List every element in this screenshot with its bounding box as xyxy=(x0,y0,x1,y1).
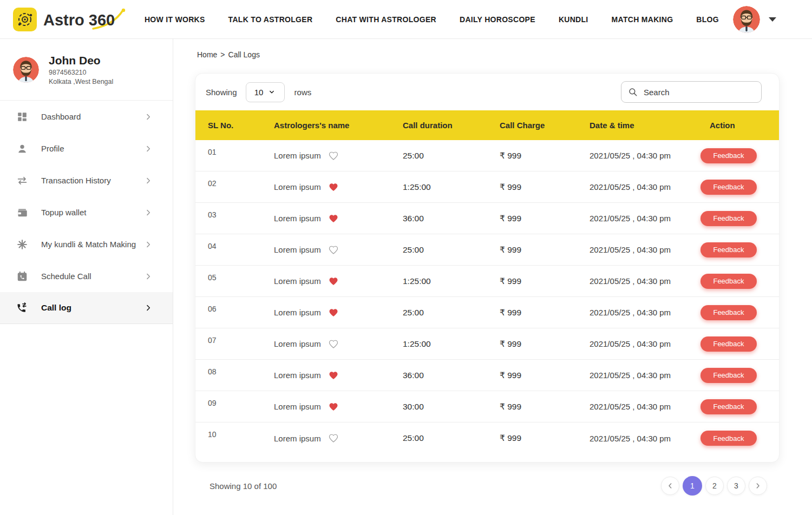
cell-date-time: 2021/05/25 , 04:30 pm xyxy=(590,245,700,254)
cell-date-time: 2021/05/25 , 04:30 pm xyxy=(590,371,700,380)
account-caret-icon[interactable] xyxy=(769,17,776,22)
sidebar-item-my-kundli-match-making[interactable]: My kundli & Match Making xyxy=(0,228,173,260)
cell-call-charge: ₹ 999 xyxy=(500,433,590,443)
feedback-button[interactable]: Feedback xyxy=(700,211,757,226)
column-header-astrologers-s-name: Astrologers's name xyxy=(274,121,403,130)
profile-phone: 9874563210 xyxy=(49,69,113,76)
feedback-button[interactable]: Feedback xyxy=(700,148,757,163)
feedback-button[interactable]: Feedback xyxy=(700,305,757,320)
cell-action: Feedback xyxy=(700,368,779,383)
showing-label: Showing xyxy=(206,88,237,97)
chevron-right-icon xyxy=(144,208,153,217)
nav-item-blog[interactable]: BLOG xyxy=(696,15,719,24)
chevron-right-icon xyxy=(144,240,153,249)
sidebar-item-topup-wallet[interactable]: Topup wallet xyxy=(0,196,173,228)
cell-action: Feedback xyxy=(700,274,779,289)
nav-item-daily-horoscope[interactable]: DAILY HOROSCOPE xyxy=(460,15,535,24)
cell-call-charge: ₹ 999 xyxy=(500,402,590,412)
pagination-next-button[interactable] xyxy=(749,477,767,495)
pagination-page-3[interactable]: 3 xyxy=(727,477,745,495)
cell-action: Feedback xyxy=(700,211,779,226)
topup-wallet-icon xyxy=(16,207,28,219)
cell-call-charge: ₹ 999 xyxy=(500,276,590,286)
pagination-prev-button[interactable] xyxy=(661,477,679,495)
sidebar-menu: DashboardProfileTransaction HistoryTopup… xyxy=(0,101,173,324)
feedback-button[interactable]: Feedback xyxy=(700,242,757,258)
dashboard-icon xyxy=(16,111,28,123)
sidebar-item-schedule-call[interactable]: Schedule Call xyxy=(0,260,173,292)
cell-call-duration: 25:00 xyxy=(403,151,500,161)
chevron-down-icon xyxy=(268,88,276,96)
pagination-page-2[interactable]: 2 xyxy=(705,477,724,495)
feedback-button[interactable]: Feedback xyxy=(700,368,757,383)
cell-call-duration: 25:00 xyxy=(403,308,500,318)
favorite-heart-icon[interactable] xyxy=(329,402,338,412)
table-row: 03Lorem ipsum36:00₹ 9992021/05/25 , 04:3… xyxy=(195,203,779,234)
favorite-heart-icon[interactable] xyxy=(329,276,338,286)
nav-item-chat-with-astrologer[interactable]: CHAT WITH ASTROLOGER xyxy=(336,15,436,24)
search-input[interactable] xyxy=(644,88,755,97)
favorite-heart-icon[interactable] xyxy=(329,371,338,380)
chevron-right-icon xyxy=(754,481,762,490)
cell-call-charge: ₹ 999 xyxy=(500,182,590,192)
table-body: 01Lorem ipsum25:00₹ 9992021/05/25 , 04:3… xyxy=(195,140,779,462)
feedback-button[interactable]: Feedback xyxy=(700,399,757,414)
cell-sl-no: 08 xyxy=(208,367,274,376)
astrologer-name-text: Lorem ipsum xyxy=(274,402,321,411)
cell-call-charge: ₹ 999 xyxy=(500,214,590,223)
sidebar-item-dashboard[interactable]: Dashboard xyxy=(0,101,173,133)
nav-item-kundli[interactable]: KUNDLI xyxy=(559,15,588,24)
brand-logo[interactable]: Astro 360 xyxy=(13,6,128,33)
astrologer-name-text: Lorem ipsum xyxy=(274,308,321,317)
cell-date-time: 2021/05/25 , 04:30 pm xyxy=(590,151,700,160)
cell-call-charge: ₹ 999 xyxy=(500,371,590,380)
favorite-heart-outline-icon[interactable] xyxy=(329,151,338,161)
cell-action: Feedback xyxy=(700,242,779,258)
rows-per-page-select[interactable]: 10 xyxy=(246,82,285,102)
sidebar-item-label: Schedule Call xyxy=(41,272,144,281)
cell-sl-no: 01 xyxy=(208,148,274,156)
pagination-page-1[interactable]: 1 xyxy=(683,476,702,496)
call-log-icon xyxy=(16,302,28,314)
cell-call-duration: 1:25:00 xyxy=(403,182,500,192)
sidebar-item-label: Topup wallet xyxy=(41,208,144,217)
table-row: 07Lorem ipsum1:25:00₹ 9992021/05/25 , 04… xyxy=(195,328,779,360)
favorite-heart-outline-icon[interactable] xyxy=(329,245,338,255)
favorite-heart-outline-icon[interactable] xyxy=(329,433,338,443)
feedback-button[interactable]: Feedback xyxy=(700,336,757,352)
sidebar-item-call-log[interactable]: Call log xyxy=(0,292,173,324)
favorite-heart-icon[interactable] xyxy=(329,308,338,318)
cell-date-time: 2021/05/25 , 04:30 pm xyxy=(590,339,700,348)
astrologer-name-text: Lorem ipsum xyxy=(274,371,321,380)
column-header-action: Action xyxy=(700,121,779,130)
cell-sl-no: 04 xyxy=(208,242,274,250)
feedback-button[interactable]: Feedback xyxy=(700,180,757,195)
kundli-icon xyxy=(16,239,28,250)
breadcrumb-home[interactable]: Home xyxy=(197,50,217,59)
favorite-heart-outline-icon[interactable] xyxy=(329,339,338,349)
top-nav: HOW IT WORKSTALK TO ASTROLGERCHAT WITH A… xyxy=(145,15,719,24)
favorite-heart-icon[interactable] xyxy=(329,214,338,223)
sidebar-item-profile[interactable]: Profile xyxy=(0,133,173,164)
feedback-button[interactable]: Feedback xyxy=(700,274,757,289)
table-row: 06Lorem ipsum25:00₹ 9992021/05/25 , 04:3… xyxy=(195,297,779,328)
favorite-heart-icon[interactable] xyxy=(329,182,338,192)
cell-date-time: 2021/05/25 , 04:30 pm xyxy=(590,308,700,317)
sidebar-item-label: Dashboard xyxy=(41,112,144,121)
nav-item-talk-to-astrolger[interactable]: TALK TO ASTROLGER xyxy=(228,15,313,24)
sidebar: John Deo 9874563210 Kolkata ,West Bengal… xyxy=(0,39,173,515)
cell-astrologer-name: Lorem ipsum xyxy=(274,371,403,380)
sidebar-item-transaction-history[interactable]: Transaction History xyxy=(0,164,173,196)
cell-call-duration: 25:00 xyxy=(403,433,500,443)
table-controls: Showing 10 rows xyxy=(195,74,779,110)
chevron-right-icon xyxy=(144,113,153,121)
nav-item-how-it-works[interactable]: HOW IT WORKS xyxy=(145,15,205,24)
feedback-button[interactable]: Feedback xyxy=(700,431,757,446)
cell-sl-no: 02 xyxy=(208,179,274,188)
pagination-row: Showing 10 of 100 123 xyxy=(195,476,780,496)
astrologer-name-text: Lorem ipsum xyxy=(274,434,321,443)
nav-item-match-making[interactable]: MATCH MAKING xyxy=(612,15,673,24)
table-row: 08Lorem ipsum36:00₹ 9992021/05/25 , 04:3… xyxy=(195,360,779,391)
user-avatar[interactable] xyxy=(733,6,760,33)
cell-sl-no: 09 xyxy=(208,399,274,407)
